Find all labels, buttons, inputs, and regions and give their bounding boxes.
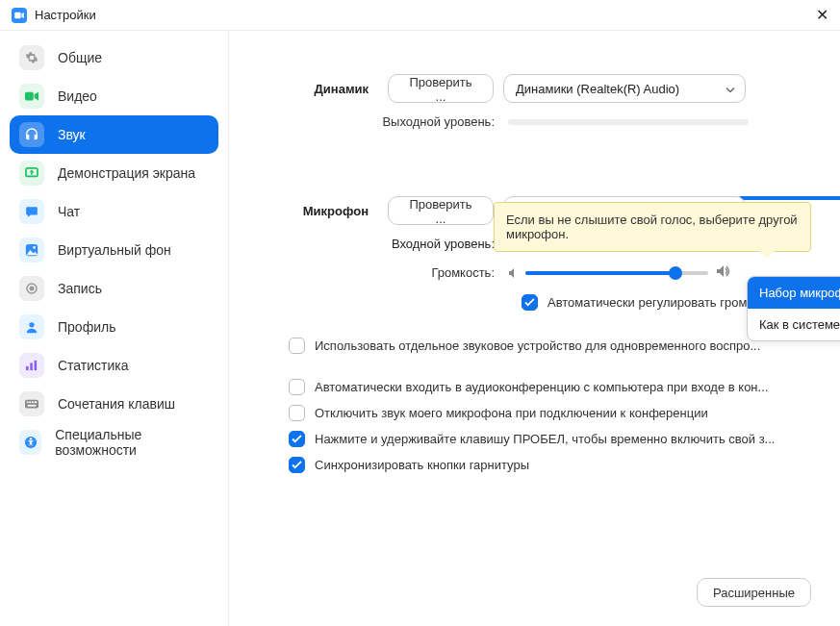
- speaker-low-icon: [508, 267, 520, 279]
- input-level-label: Входной уровень:: [258, 237, 508, 251]
- output-level-label: Выходной уровень:: [258, 114, 508, 129]
- output-level-bar: [508, 119, 749, 125]
- sidebar-item-label: Запись: [58, 281, 102, 296]
- spacebar-unmute-checkbox[interactable]: [289, 431, 305, 447]
- app-icon: [12, 8, 27, 23]
- test-speaker-button[interactable]: Проверить ...: [388, 74, 494, 103]
- titlebar: Настройки ✕: [0, 0, 840, 31]
- sidebar-item-audio[interactable]: Звук: [10, 115, 218, 154]
- sync-headset-checkbox[interactable]: [289, 457, 305, 473]
- sidebar-item-label: Сочетания клавиш: [58, 396, 175, 412]
- svg-rect-16: [28, 405, 37, 407]
- window-title: Настройки: [35, 8, 96, 22]
- speaker-device-value: Динамики (Realtek(R) Audio): [516, 82, 679, 96]
- svg-rect-15: [35, 401, 38, 403]
- auto-adjust-checkbox[interactable]: [522, 294, 538, 311]
- stats-icon: [19, 353, 44, 378]
- sidebar-item-shortcuts[interactable]: Сочетания клавиш: [10, 385, 218, 423]
- option-label: Автоматически входить в аудиоконференцию…: [315, 380, 768, 394]
- screenshare-icon: [19, 161, 44, 186]
- option-label: Использовать отдельное звуковое устройст…: [315, 338, 760, 353]
- sidebar-item-background[interactable]: Виртуальный фон: [10, 231, 218, 269]
- svg-rect-9: [30, 363, 33, 370]
- svg-point-6: [30, 287, 35, 291]
- tooltip-text: Если вы не слышите свой голос, выберите …: [506, 213, 798, 241]
- sidebar-item-label: Общие: [58, 50, 102, 65]
- sidebar: Общие Видео Звук Демонстрация экрана Чат…: [0, 31, 229, 626]
- mute-on-join-checkbox[interactable]: [289, 405, 305, 421]
- sidebar-item-label: Звук: [58, 127, 86, 142]
- mic-volume-slider[interactable]: [525, 271, 708, 275]
- record-icon: [19, 276, 44, 301]
- sidebar-item-label: Чат: [58, 204, 80, 219]
- sidebar-item-video[interactable]: Видео: [10, 77, 218, 115]
- chevron-down-icon: [725, 82, 735, 96]
- sidebar-item-label: Статистика: [58, 358, 129, 373]
- speaker-volume-slider[interactable]: [739, 196, 840, 200]
- dropdown-option[interactable]: Как в системе: [748, 309, 840, 340]
- background-icon: [19, 238, 44, 263]
- sidebar-item-accessibility[interactable]: Специальные возможности: [10, 423, 218, 462]
- sidebar-item-label: Специальные возможности: [55, 427, 209, 458]
- option-label: Нажмите и удерживайте клавишу ПРОБЕЛ, чт…: [315, 432, 775, 446]
- content-pane: Динамик Проверить ... Динамики (Realtek(…: [229, 31, 840, 626]
- mic-volume-label: Громкость:: [258, 265, 508, 280]
- svg-rect-1: [25, 92, 34, 101]
- sidebar-item-chat[interactable]: Чат: [10, 192, 218, 231]
- speaker-high-icon: [716, 264, 731, 281]
- sidebar-item-stats[interactable]: Статистика: [10, 346, 218, 385]
- test-microphone-button[interactable]: Проверить ...: [388, 196, 494, 225]
- sidebar-item-label: Видео: [58, 88, 97, 104]
- dropdown-option[interactable]: Набор микрофонов (Realtek(R) Audio): [748, 277, 840, 309]
- sidebar-item-label: Виртуальный фон: [58, 242, 171, 258]
- speaker-device-select[interactable]: Динамики (Realtek(R) Audio): [503, 74, 746, 103]
- sidebar-item-recording[interactable]: Запись: [10, 269, 218, 308]
- close-icon[interactable]: ✕: [816, 6, 828, 24]
- sidebar-item-label: Профиль: [58, 319, 115, 335]
- option-label: Синхронизировать кнопки гарнитуры: [315, 458, 529, 472]
- separate-device-checkbox[interactable]: [289, 338, 305, 354]
- svg-rect-8: [26, 366, 29, 370]
- svg-rect-11: [25, 400, 38, 409]
- sidebar-item-profile[interactable]: Профиль: [10, 308, 218, 346]
- svg-point-18: [29, 438, 32, 440]
- svg-point-4: [33, 246, 36, 249]
- auto-join-audio-checkbox[interactable]: [289, 379, 305, 395]
- gear-icon: [19, 45, 44, 70]
- option-label: Отключить звук моего микрофона при подкл…: [315, 406, 708, 420]
- advanced-button[interactable]: Расширенные: [697, 578, 811, 607]
- keyboard-icon: [19, 391, 44, 416]
- svg-rect-12: [27, 401, 29, 403]
- accessibility-icon: [19, 430, 41, 455]
- sidebar-item-general[interactable]: Общие: [10, 38, 218, 77]
- speaker-label: Динамик: [258, 82, 388, 96]
- sidebar-item-screenshare[interactable]: Демонстрация экрана: [10, 154, 218, 192]
- auto-adjust-label: Автоматически регулировать гром...: [547, 295, 757, 310]
- svg-point-7: [29, 322, 34, 327]
- tooltip: Если вы не слышите свой голос, выберите …: [494, 202, 811, 252]
- svg-rect-13: [29, 401, 31, 403]
- headphones-icon: [19, 122, 44, 147]
- sidebar-item-label: Демонстрация экрана: [58, 165, 195, 181]
- svg-rect-10: [35, 361, 38, 370]
- video-icon: [19, 84, 44, 109]
- profile-icon: [19, 314, 44, 339]
- svg-rect-14: [32, 401, 34, 403]
- svg-rect-0: [14, 12, 20, 17]
- microphone-device-dropdown[interactable]: Набор микрофонов (Realtek(R) Audio) Как …: [747, 276, 840, 341]
- chat-icon: [19, 199, 44, 224]
- microphone-label: Микрофон: [258, 204, 388, 218]
